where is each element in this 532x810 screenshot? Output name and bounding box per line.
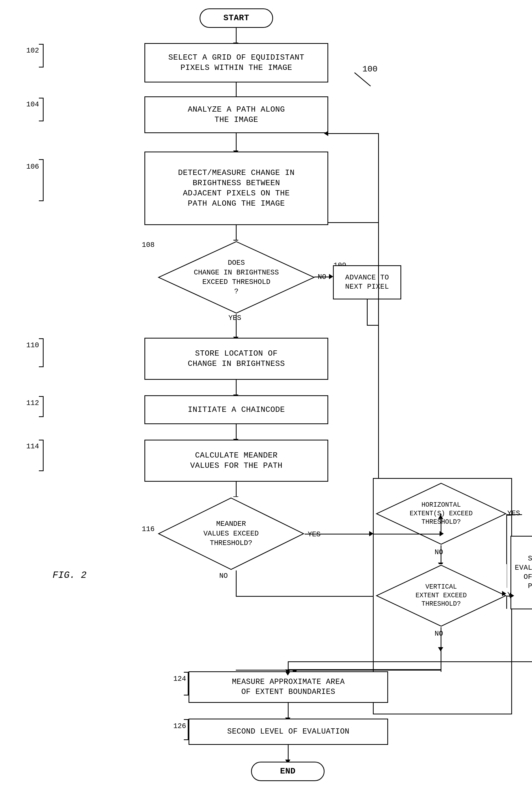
ref-114: 114 bbox=[26, 442, 39, 451]
end-node: END bbox=[251, 762, 325, 781]
step-109: ADVANCE TO NEXT PIXEL bbox=[333, 265, 401, 299]
diamond-116: MEANDER VALUES EXCEED THRESHOLD? bbox=[157, 497, 304, 570]
no-label-120: NO bbox=[435, 548, 443, 556]
step-124: MEASURE APPROXIMATE AREA OF EXTENT BOUND… bbox=[188, 671, 388, 703]
step-104-label: ANALYZE A PATH ALONG THE IMAGE bbox=[188, 104, 285, 125]
diamond-108-label: DOES CHANGE IN BRIGHTNESS EXCEED THRESHO… bbox=[194, 258, 279, 296]
ref-108: 108 bbox=[142, 241, 155, 249]
start-label: START bbox=[223, 13, 249, 23]
step-112-label: INITIATE A CHAINCODE bbox=[188, 405, 285, 415]
step-110-label: STORE LOCATION OF CHANGE IN BRIGHTNESS bbox=[188, 349, 285, 369]
step-102: SELECT A GRID OF EQUIDISTANT PIXELS WITH… bbox=[145, 43, 328, 82]
step-104: ANALYZE A PATH ALONG THE IMAGE bbox=[145, 96, 328, 133]
diagram: START 102 SELECT A GRID OF EQUIDISTANT P… bbox=[0, 0, 532, 810]
step-109-label: ADVANCE TO NEXT PIXEL bbox=[345, 273, 389, 292]
no-label-122: NO bbox=[435, 630, 443, 638]
fig-label: FIG. 2 bbox=[52, 570, 87, 581]
step-118: STOP EVALUATION OF THE PATH bbox=[511, 536, 532, 609]
yes-label-116: YES bbox=[308, 531, 321, 538]
diamond-122-label: VERTICAL EXTENT EXCEED THRESHOLD? bbox=[415, 583, 467, 609]
ref-112: 112 bbox=[26, 399, 39, 407]
step-106: DETECT/MEASURE CHANGE IN BRIGHTNESS BETW… bbox=[145, 151, 328, 225]
ref-102: 102 bbox=[26, 47, 39, 55]
step-106-label: DETECT/MEASURE CHANGE IN BRIGHTNESS BETW… bbox=[178, 168, 295, 209]
ref-100: 100 bbox=[362, 64, 378, 74]
step-126: SECOND LEVEL OF EVALUATION bbox=[188, 718, 388, 745]
end-label: END bbox=[280, 766, 295, 777]
step-118-label: STOP EVALUATION OF THE PATH bbox=[515, 554, 532, 591]
no-label-116: NO bbox=[219, 572, 228, 580]
diamond-108: DOES CHANGE IN BRIGHTNESS EXCEED THRESHO… bbox=[157, 241, 315, 314]
step-114: CALCULATE MEANDER VALUES FOR THE PATH bbox=[145, 440, 328, 482]
step-126-label: SECOND LEVEL OF EVALUATION bbox=[227, 727, 349, 737]
diamond-122: VERTICAL EXTENT EXCEED THRESHOLD? bbox=[376, 564, 507, 627]
step-114-label: CALCULATE MEANDER VALUES FOR THE PATH bbox=[190, 451, 283, 471]
ref-106: 106 bbox=[26, 163, 39, 171]
step-112: INITIATE A CHAINCODE bbox=[145, 395, 328, 424]
yes-label-120: YES bbox=[507, 509, 520, 517]
ref-110: 110 bbox=[26, 341, 39, 349]
step-124-label: MEASURE APPROXIMATE AREA OF EXTENT BOUND… bbox=[232, 677, 345, 697]
diamond-116-label: MEANDER VALUES EXCEED THRESHOLD? bbox=[203, 519, 259, 548]
ref-104: 104 bbox=[26, 101, 39, 109]
step-110: STORE LOCATION OF CHANGE IN BRIGHTNESS bbox=[145, 338, 328, 380]
ref-116: 116 bbox=[142, 525, 155, 533]
diamond-120-label: HORIZONTAL EXTENT(S) EXCEED THRESHOLD? bbox=[410, 501, 473, 526]
yes-label-108: YES bbox=[229, 314, 241, 322]
start-node: START bbox=[200, 9, 273, 28]
step-102-label: SELECT A GRID OF EQUIDISTANT PIXELS WITH… bbox=[168, 52, 304, 73]
